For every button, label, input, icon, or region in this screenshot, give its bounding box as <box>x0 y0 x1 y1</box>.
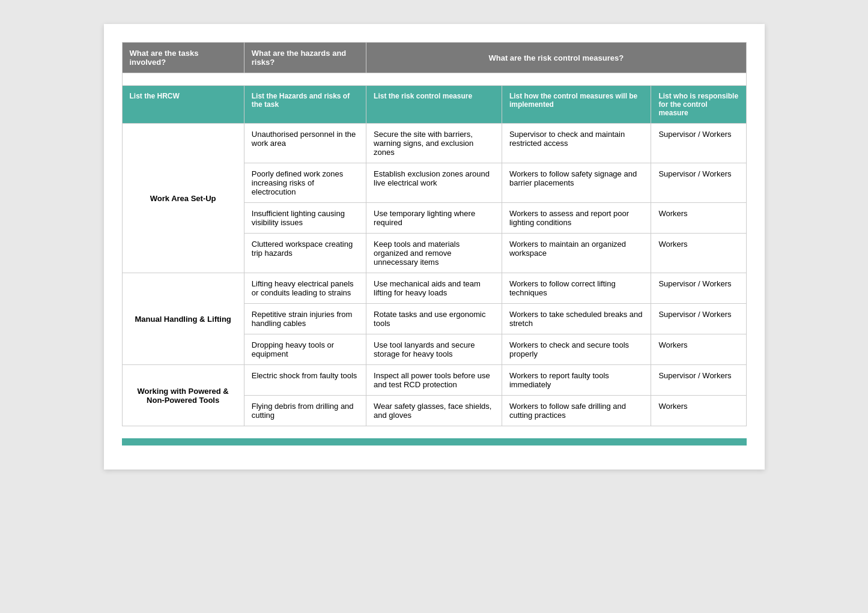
header-row-2: List the HRCW List the Hazards and risks… <box>122 86 746 124</box>
header-row-1: What are the tasks involved? What are th… <box>122 43 746 73</box>
responsible-cell: Supervisor / Workers <box>651 365 746 396</box>
implementation-cell: Workers to take scheduled breaks and str… <box>502 304 651 334</box>
col-header-hazards-risks: List the Hazards and risks of the task <box>244 86 366 124</box>
hazard-cell: Electric shock from faulty tools <box>244 365 366 396</box>
col-header-hrcw: List the HRCW <box>122 86 244 124</box>
hazard-cell: Insufficient lighting causing visibility… <box>244 203 366 234</box>
category-cell-2: Working with Powered & Non-Powered Tools <box>122 365 244 426</box>
responsible-cell: Workers <box>651 334 746 365</box>
control-cell: Use temporary lighting where required <box>366 203 502 234</box>
responsible-cell: Supervisor / Workers <box>651 273 746 304</box>
implementation-cell: Workers to maintain an organized workspa… <box>502 234 651 273</box>
col-header-risk-control: List the risk control measure <box>366 86 502 124</box>
control-cell: Inspect all power tools before use and t… <box>366 365 502 396</box>
implementation-cell: Workers to check and secure tools proper… <box>502 334 651 365</box>
implementation-cell: Workers to report faulty tools immediate… <box>502 365 651 396</box>
hazard-cell: Cluttered workspace creating trip hazard… <box>244 234 366 273</box>
hazard-cell: Poorly defined work zones increasing ris… <box>244 163 366 203</box>
table-row: Work Area Set-UpUnauthorised personnel i… <box>122 124 746 163</box>
hazard-cell: Dropping heavy tools or equipment <box>244 334 366 365</box>
col-header-tasks: What are the tasks involved? <box>122 43 244 73</box>
table-body: Work Area Set-UpUnauthorised personnel i… <box>122 124 746 426</box>
responsible-cell: Supervisor / Workers <box>651 163 746 203</box>
implementation-cell: Workers to follow safety signage and bar… <box>502 163 651 203</box>
responsible-cell: Workers <box>651 234 746 273</box>
hazard-cell: Lifting heavy electrical panels or condu… <box>244 273 366 304</box>
hazard-cell: Unauthorised personnel in the work area <box>244 124 366 163</box>
col-header-control-measures: What are the risk control measures? <box>366 43 746 73</box>
responsible-cell: Workers <box>651 203 746 234</box>
implementation-cell: Workers to follow safe drilling and cutt… <box>502 396 651 426</box>
responsible-cell: Workers <box>651 396 746 426</box>
hazard-cell: Repetitive strain injuries from handling… <box>244 304 366 334</box>
spacer-row <box>122 73 746 86</box>
responsible-cell: Supervisor / Workers <box>651 124 746 163</box>
control-cell: Wear safety glasses, face shields, and g… <box>366 396 502 426</box>
control-cell: Rotate tasks and use ergonomic tools <box>366 304 502 334</box>
col-header-implementation: List how the control measures will be im… <box>502 86 651 124</box>
risk-assessment-table: What are the tasks involved? What are th… <box>122 42 747 426</box>
control-cell: Use mechanical aids and team lifting for… <box>366 273 502 304</box>
col-header-hazards: What are the hazards and risks? <box>244 43 366 73</box>
category-cell-0: Work Area Set-Up <box>122 124 244 273</box>
control-cell: Use tool lanyards and secure storage for… <box>366 334 502 365</box>
hazard-cell: Flying debris from drilling and cutting <box>244 396 366 426</box>
col-header-responsible: List who is responsible for the control … <box>651 86 746 124</box>
control-cell: Establish exclusion zones around live el… <box>366 163 502 203</box>
control-cell: Keep tools and materials organized and r… <box>366 234 502 273</box>
category-cell-1: Manual Handling & Lifting <box>122 273 244 365</box>
implementation-cell: Workers to assess and report poor lighti… <box>502 203 651 234</box>
implementation-cell: Workers to follow correct lifting techni… <box>502 273 651 304</box>
bottom-bar <box>122 438 747 445</box>
responsible-cell: Supervisor / Workers <box>651 304 746 334</box>
page-container: What are the tasks involved? What are th… <box>104 24 765 470</box>
control-cell: Secure the site with barriers, warning s… <box>366 124 502 163</box>
table-row: Working with Powered & Non-Powered Tools… <box>122 365 746 396</box>
implementation-cell: Supervisor to check and maintain restric… <box>502 124 651 163</box>
table-row: Manual Handling & LiftingLifting heavy e… <box>122 273 746 304</box>
